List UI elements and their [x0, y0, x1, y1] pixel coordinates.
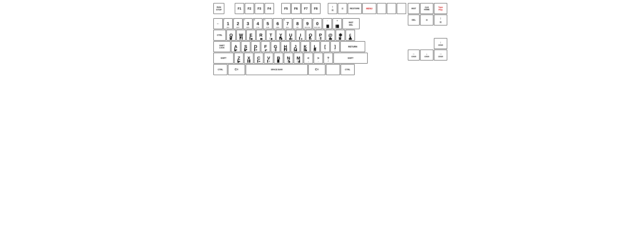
- f3-key[interactable]: F3: [255, 3, 264, 14]
- key-a[interactable]: A ▙▪: [231, 41, 240, 52]
- equals-right-key[interactable]: =: [420, 14, 433, 25]
- key-k[interactable]: K ▌▙: [300, 41, 310, 52]
- key-n[interactable]: N □▙: [284, 53, 293, 63]
- f7-key[interactable]: F7: [301, 3, 310, 14]
- blank-fn-1[interactable]: [377, 3, 386, 14]
- asdf-row: SHIFT LOCK A ▙▪ S ▙♥ D ▌▬: [214, 41, 406, 52]
- key-4[interactable]: $ 4 CYN: [253, 18, 262, 29]
- commodore-left-key[interactable]: C=: [228, 64, 245, 75]
- crsr-up-key[interactable]: ↑ CRSR: [434, 38, 447, 49]
- run-stop-key[interactable]: RUN STOP: [214, 3, 224, 14]
- key-t[interactable]: T □▄: [266, 30, 276, 41]
- key-5[interactable]: % 5 PUR: [263, 18, 272, 29]
- key-7[interactable]: & 7 BLU: [283, 18, 292, 29]
- key-f[interactable]: F ▗▬: [261, 41, 270, 52]
- key-g[interactable]: G □▌: [271, 41, 280, 52]
- key-v[interactable]: V ▌✕: [264, 53, 273, 63]
- equals-fn-key[interactable]: =: [338, 3, 347, 14]
- left-arrow-key[interactable]: ←: [214, 18, 223, 29]
- key-s[interactable]: S ▙♥: [241, 41, 250, 52]
- ctrl-bottom-left-key[interactable]: CTRL: [214, 64, 228, 75]
- key-d[interactable]: D ▌▬: [251, 41, 260, 52]
- menu-key[interactable]: MENU: [362, 3, 376, 14]
- key-minus[interactable]: - ▐█: [322, 18, 332, 29]
- key-pound[interactable]: £ ▟▙: [346, 30, 355, 41]
- return-key[interactable]: RETURN: [340, 41, 365, 52]
- tape-play-key[interactable]: Tape Play: [434, 3, 447, 14]
- up-arrow-key[interactable]: ↑ π: [328, 3, 337, 14]
- top-function-row: RUN STOP F1 F2 F3 F4 F5 F6 F7 F8 ↑ π = R…: [214, 3, 406, 14]
- f1-key[interactable]: F1: [235, 3, 244, 14]
- number-row: ← ! 1 BLK " 2 WHT # 3 RED: [214, 18, 406, 29]
- shift-lock-key[interactable]: SHIFT LOCK: [214, 41, 230, 52]
- key-q[interactable]: Q ▙▌: [226, 30, 236, 41]
- right-row2: DEL = ↑ π: [408, 14, 447, 25]
- f8-key[interactable]: F8: [311, 3, 320, 14]
- f2-key[interactable]: F2: [245, 3, 254, 14]
- key-1[interactable]: ! 1 BLK: [223, 18, 233, 29]
- key-3[interactable]: # 3 RED: [243, 18, 252, 29]
- crsr-right-key[interactable]: → CRSR: [434, 50, 447, 60]
- ctrl-bottom-right-key[interactable]: CTRL: [340, 64, 354, 75]
- clr-home-key[interactable]: CLR HOME: [420, 3, 433, 14]
- blank-fn-2[interactable]: [387, 3, 396, 14]
- del-key[interactable]: DEL: [408, 14, 420, 25]
- ctrl-left-key[interactable]: CTRL: [214, 30, 226, 41]
- key-9[interactable]: ( 9 RVS ON: [303, 18, 312, 29]
- restore-key[interactable]: RESTORE: [348, 3, 362, 14]
- inst-key[interactable]: INST: [408, 3, 420, 14]
- key-m[interactable]: M □▟: [294, 53, 303, 63]
- key-8[interactable]: * 8 YEL: [293, 18, 302, 29]
- key-bracket-left[interactable]: [ :: [320, 41, 330, 52]
- key-h[interactable]: H ▛▐: [281, 41, 290, 52]
- crsr-bottom-row: ← CRSR ↓ CRSR → CRSR: [408, 50, 447, 60]
- f4-key[interactable]: F4: [264, 3, 274, 14]
- key-e[interactable]: E ▌▄: [246, 30, 256, 41]
- key-bracket-right[interactable]: ] ;: [330, 41, 340, 52]
- keyboard-layout: RUN STOP F1 F2 F3 F4 F5 F6 F7 F8 ↑ π = R…: [214, 3, 430, 75]
- crsr-up-row: ↑ CRSR: [408, 38, 447, 49]
- key-c[interactable]: C ▌▬: [254, 53, 263, 63]
- blank-fn-3[interactable]: [397, 3, 406, 14]
- space-bar-key[interactable]: SPACE BAR: [246, 64, 308, 75]
- key-u[interactable]: U ▟▗: [286, 30, 295, 41]
- key-l[interactable]: L ▛▌: [310, 41, 320, 52]
- key-o[interactable]: O ▛▖: [306, 30, 315, 41]
- key-plus[interactable]: + ▓█: [332, 18, 342, 29]
- key-2[interactable]: " 2 WHT: [233, 18, 242, 29]
- key-0[interactable]: ) 0 RVS OFF: [313, 18, 322, 29]
- key-6[interactable]: ' 6 GRN: [273, 18, 282, 29]
- shift-right-key[interactable]: SHIFT: [334, 53, 368, 63]
- key-at[interactable]: @ ▟▄: [326, 30, 335, 41]
- key-p[interactable]: P □▌: [316, 30, 325, 41]
- zxcv-row: SHIFT Z ▙▪ X ▌▓ C ▌▬ V: [214, 53, 406, 63]
- key-i[interactable]: I ▌▗: [296, 30, 305, 41]
- key-r[interactable]: R ▗▄: [256, 30, 266, 41]
- key-b[interactable]: B █▌: [274, 53, 283, 63]
- qwerty-row: CTRL Q ▙▌ W ▛▐ E ▌▄ R: [214, 30, 406, 41]
- f5-key[interactable]: F5: [281, 3, 291, 14]
- f6-key[interactable]: F6: [291, 3, 300, 14]
- right-top-row: INST CLR HOME Tape Play: [408, 3, 447, 14]
- key-slash[interactable]: ? /: [324, 53, 333, 63]
- key-period[interactable]: > .: [314, 53, 323, 63]
- left-keyboard-section: RUN STOP F1 F2 F3 F4 F5 F6 F7 F8 ↑ π = R…: [214, 3, 406, 75]
- key-asterisk[interactable]: ✱ ▙▌: [336, 30, 345, 41]
- key-y[interactable]: Y ▛▙: [276, 30, 286, 41]
- right-panel: INST CLR HOME Tape Play DEL = ↑: [408, 3, 447, 60]
- crsr-down-key[interactable]: ↓ CRSR: [420, 50, 433, 60]
- crsr-left-key[interactable]: ← CRSR: [408, 50, 420, 60]
- inst-del-key[interactable]: INST DEL: [342, 18, 360, 29]
- key-x[interactable]: X ▌▓: [244, 53, 254, 63]
- blank-bottom-key[interactable]: [326, 64, 340, 75]
- key-comma[interactable]: < ,: [304, 53, 313, 63]
- bottom-row: CTRL C= SPACE BAR C= CTRL: [214, 64, 406, 75]
- key-j[interactable]: J ▌▟: [291, 41, 300, 52]
- up-arrow-right-key[interactable]: ↑ π: [434, 14, 447, 25]
- shift-left-key[interactable]: SHIFT: [214, 53, 234, 63]
- key-w[interactable]: W ▛▐: [236, 30, 246, 41]
- commodore-right-key[interactable]: C=: [308, 64, 326, 75]
- key-z[interactable]: Z ▙▪: [234, 53, 244, 63]
- function-key-row: RUN STOP F1 F2 F3 F4 F5 F6 F7 F8 ↑ π = R…: [214, 3, 430, 75]
